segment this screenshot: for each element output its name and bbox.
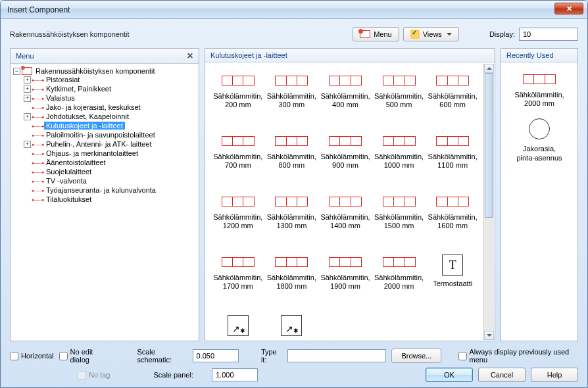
expand-icon[interactable]: + [24, 95, 31, 102]
gallery-item-label: Sähkölämmitin,400 mm [320, 92, 370, 109]
gallery-item-label: Sähkölämmitin,1500 mm [374, 213, 424, 230]
gallery-item[interactable]: Sähkölämmitin,800 mm [266, 130, 318, 189]
component-icon [32, 104, 43, 110]
heater-icon [329, 257, 362, 267]
collapse-icon[interactable]: − [13, 68, 20, 75]
top-row: Rakennussähköistyksen komponentit Menu V… [10, 27, 578, 41]
expand-icon[interactable]: + [24, 76, 31, 84]
gallery-item[interactable]: Sähkölämmitin,1700 mm [212, 251, 264, 310]
always-display-checkbox[interactable]: Always display previously used menu [458, 348, 578, 364]
gallery-item[interactable]: Sähkölämmitin,600 mm [426, 69, 479, 128]
scale-schematic-input[interactable] [193, 349, 239, 362]
browse-button[interactable]: Browse... [391, 349, 441, 363]
tree-item[interactable]: +Valaistus [24, 94, 196, 102]
tree-item[interactable]: Työajanseuranta- ja kulunvalvonta [24, 186, 196, 194]
misc-icon: ✱ [228, 315, 249, 336]
gallery-item-label: Sähkölämmitin,800 mm [267, 153, 316, 170]
tree-item[interactable]: TV -valvonta [24, 177, 196, 185]
gallery-item[interactable]: Sähkölämmitin,1200 mm [212, 190, 264, 249]
gallery-item[interactable]: ✱ [266, 311, 318, 341]
gallery-item[interactable]: Sähkölämmitin,1500 mm [373, 190, 426, 249]
tree-item[interactable]: Suojelulaitteet [24, 168, 196, 176]
tree-item[interactable]: Paloilmoitin- ja savunpoistolaitteet [24, 131, 196, 139]
gallery-item[interactable]: Sähkölämmitin,1900 mm [319, 251, 372, 310]
tree-item-label: Paloilmoitin- ja savunpoistolaitteet [44, 131, 157, 139]
display-input[interactable] [519, 28, 578, 41]
tree-item-label: Ohjaus- ja merkinantolaitteet [44, 149, 140, 157]
scale-schematic-label: Scale schematic: [137, 348, 187, 364]
menu-button[interactable]: Menu [353, 27, 399, 41]
gallery-panel: Kulutuskojeet ja -laitteet Sähkölämmitin… [205, 48, 495, 341]
gallery-item[interactable]: Sähkölämmitin,200 mm [212, 69, 264, 128]
gallery-item[interactable]: Sähkölämmitin,1400 mm [319, 190, 372, 249]
recent-item[interactable]: Jakorasia,pinta-asennus [504, 113, 575, 164]
gallery-item[interactable]: Sähkölämmitin,500 mm [373, 69, 426, 128]
tree-item-label: Kulutuskojeet ja -laitteet [44, 122, 125, 130]
tree-item[interactable]: Tilaluokitukset [24, 195, 196, 203]
tree-item[interactable]: +Kytkimet, Painikkeet [24, 85, 196, 93]
scroll-up-button[interactable] [484, 64, 494, 73]
tree-item[interactable]: +Pistorasiat [24, 76, 196, 84]
tree-item[interactable]: Kulutuskojeet ja -laitteet [24, 122, 196, 130]
gallery-item[interactable]: ✱ [212, 311, 264, 341]
heater-icon [222, 136, 255, 146]
gallery-item[interactable]: Sähkölämmitin,1100 mm [426, 130, 479, 189]
expand-icon[interactable]: + [24, 141, 31, 148]
gallery-item-label: Sähkölämmitin,1600 mm [428, 213, 478, 230]
no-tag-checkbox-input [78, 371, 86, 379]
views-button-label: Views [423, 30, 442, 38]
gallery-item[interactable]: Sähkölämmitin,300 mm [266, 69, 318, 128]
component-icon [32, 187, 43, 193]
recent-item-label: Sähkölämmitin,2000 mm [514, 91, 564, 108]
gallery-item[interactable]: Sähkölämmitin,2000 mm [373, 251, 426, 310]
horizontal-checkbox[interactable]: Horizontal [10, 352, 54, 360]
recent-panel: Recently Used Sähkölämmitin,2000 mmJakor… [501, 48, 578, 341]
tree-item[interactable]: Jako- ja kojerasiat, keskukset [24, 103, 196, 111]
recent-item[interactable]: Sähkölämmitin,2000 mm [504, 69, 575, 110]
menu-panel-header: Menu ✕ [11, 49, 199, 64]
gallery-item[interactable]: Sähkölämmitin,1300 mm [266, 190, 318, 249]
tree-item[interactable]: +Puhelin-, Antenni- ja ATK- laitteet [24, 140, 196, 148]
gallery-item[interactable]: Sähkölämmitin,1000 mm [373, 130, 426, 189]
subtitle: Rakennussähköistyksen komponentit [10, 30, 130, 38]
gallery-panel-title: Kulutuskojeet ja -laitteet [210, 51, 287, 59]
type-it-input[interactable] [287, 349, 386, 362]
expand-icon[interactable]: + [24, 85, 31, 93]
scroll-down-button[interactable] [484, 331, 494, 340]
tree-item[interactable]: Äänentoistolaitteet [24, 158, 196, 166]
expand-icon[interactable]: + [24, 113, 31, 120]
cancel-button[interactable]: Cancel [478, 368, 526, 382]
gallery-item[interactable]: Sähkölämmitin,700 mm [212, 130, 264, 189]
views-button[interactable]: Views [403, 27, 459, 41]
scroll-thumb[interactable] [485, 73, 493, 218]
heater-icon [222, 76, 255, 85]
menu-panel-body: − Rakennussähköistyksen komponentit +Pis… [11, 64, 199, 341]
no-edit-checkbox-input[interactable] [59, 352, 68, 360]
gallery-item-label: Sähkölämmitin,1700 mm [213, 274, 262, 291]
ok-button[interactable]: OK [426, 368, 473, 382]
misc-icon: ✱ [281, 315, 302, 336]
component-icon [32, 122, 43, 129]
tree-item-label: Suojelulaitteet [44, 168, 93, 176]
tree-item[interactable]: Ohjaus- ja merkinantolaitteet [24, 149, 196, 157]
help-button[interactable]: Help [531, 368, 578, 382]
heater-icon [275, 197, 308, 206]
tree-item[interactable]: +Johdotukset, Kaapeloinnit [24, 112, 196, 120]
horizontal-checkbox-input[interactable] [10, 352, 18, 360]
scale-panel-input[interactable] [212, 368, 258, 381]
tree-children: +Pistorasiat+Kytkimet, Painikkeet+Valais… [13, 75, 196, 204]
gallery-item[interactable]: Sähkölämmitin,900 mm [319, 130, 372, 189]
gallery-scrollbar[interactable] [483, 64, 494, 340]
gallery-item[interactable]: Sähkölämmitin,400 mm [319, 69, 372, 128]
tree-root-row[interactable]: − Rakennussähköistyksen komponentit [13, 67, 196, 75]
gallery-item[interactable]: TTermostaatti [426, 251, 479, 310]
component-icon [32, 95, 43, 101]
close-button[interactable]: ✕ [554, 3, 583, 14]
recent-panel-header: Recently Used [501, 49, 577, 62]
always-display-checkbox-input[interactable] [458, 352, 467, 360]
gallery-item[interactable]: Sähkölämmitin,1800 mm [266, 251, 318, 310]
menu-panel-close-button[interactable]: ✕ [187, 51, 193, 61]
recent-item-label: Jakorasia,pinta-asennus [516, 145, 562, 162]
gallery-item[interactable]: Sähkölämmitin,1600 mm [426, 190, 479, 249]
no-edit-checkbox[interactable]: No edit dialog [59, 348, 110, 364]
